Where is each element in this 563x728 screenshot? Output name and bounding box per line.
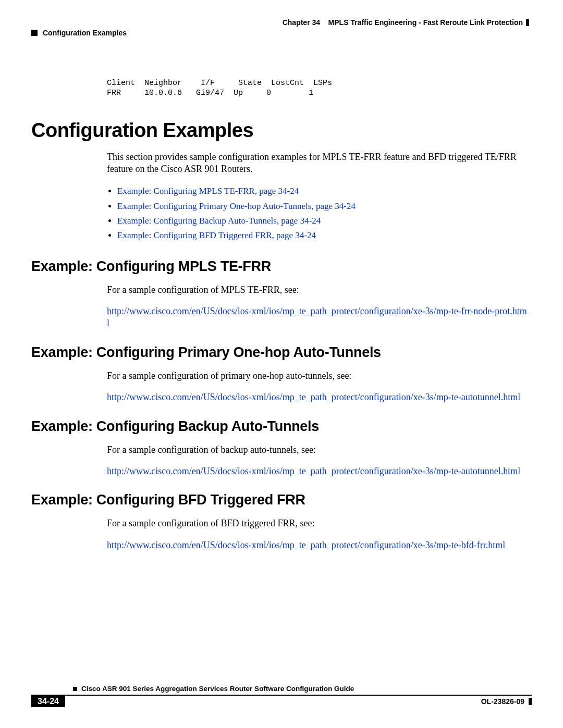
example-body: For a sample configuration of primary on… (107, 370, 532, 382)
toc-link[interactable]: Example: Configuring BFD Triggered FRR, … (117, 230, 316, 240)
footer-bottom: 34-24 OL-23826-09 (31, 696, 532, 707)
chapter-label: Chapter 34 MPLS Traffic Engineering - Fa… (283, 18, 523, 27)
doc-id-text: OL-23826-09 (481, 697, 524, 706)
page-number: 34-24 (31, 696, 65, 707)
breadcrumb-text: Configuration Examples (43, 29, 127, 37)
toc-link[interactable]: Example: Configuring MPLS TE-FRR, page 3… (117, 186, 299, 196)
square-bullet-icon (73, 687, 77, 691)
document-page: Chapter 34 MPLS Traffic Engineering - Fa… (0, 0, 563, 728)
footer-bar-icon (529, 698, 532, 705)
example-link[interactable]: http://www.cisco.com/en/US/docs/ios-xml/… (107, 539, 529, 551)
example-link[interactable]: http://www.cisco.com/en/US/docs/ios-xml/… (107, 391, 529, 403)
example-link[interactable]: http://www.cisco.com/en/US/docs/ios-xml/… (107, 305, 529, 330)
example-body: For a sample configuration of BFD trigge… (107, 517, 532, 529)
code-output-block: Client Neighbor I/F State LostCnt LSPs F… (107, 79, 532, 98)
header-bar-icon (526, 19, 529, 26)
guide-title: Cisco ASR 901 Series Aggregation Service… (81, 685, 354, 693)
example-heading: Example: Configuring MPLS TE-FRR (31, 258, 532, 275)
toc-item: Example: Configuring MPLS TE-FRR, page 3… (117, 184, 532, 198)
example-body: For a sample configuration of backup aut… (107, 444, 532, 456)
chapter-number: Chapter 34 (283, 18, 320, 27)
toc-link[interactable]: Example: Configuring Primary One-hop Aut… (117, 201, 356, 211)
toc-item: Example: Configuring Primary One-hop Aut… (117, 200, 532, 213)
toc-list: Example: Configuring MPLS TE-FRR, page 3… (107, 184, 532, 242)
example-body: For a sample configuration of MPLS TE-FR… (107, 284, 532, 296)
example-heading: Example: Configuring Backup Auto-Tunnels (31, 418, 532, 435)
page-header: Chapter 34 MPLS Traffic Engineering - Fa… (31, 18, 532, 27)
intro-paragraph: This section provides sample configurati… (107, 151, 532, 176)
doc-id: OL-23826-09 (481, 697, 532, 706)
breadcrumb: Configuration Examples (31, 29, 532, 37)
toc-link[interactable]: Example: Configuring Backup Auto-Tunnels… (117, 216, 321, 226)
example-heading: Example: Configuring BFD Triggered FRR (31, 492, 532, 508)
square-bullet-icon (31, 30, 38, 36)
chapter-title: MPLS Traffic Engineering - Fast Reroute … (328, 18, 523, 27)
page-footer: Cisco ASR 901 Series Aggregation Service… (31, 685, 532, 707)
example-heading: Example: Configuring Primary One-hop Aut… (31, 344, 532, 361)
example-link[interactable]: http://www.cisco.com/en/US/docs/ios-xml/… (107, 465, 529, 477)
toc-item: Example: Configuring BFD Triggered FRR, … (117, 229, 532, 242)
toc-item: Example: Configuring Backup Auto-Tunnels… (117, 214, 532, 228)
footer-title-row: Cisco ASR 901 Series Aggregation Service… (73, 685, 532, 693)
main-heading: Configuration Examples (31, 119, 532, 142)
